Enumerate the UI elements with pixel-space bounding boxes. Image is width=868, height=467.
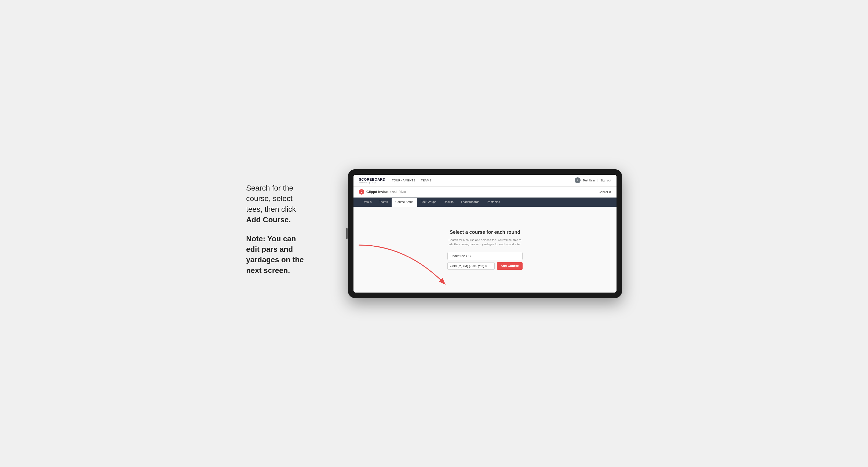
tournament-title: C Clippd Invitational (Men) bbox=[359, 189, 406, 195]
tab-course-setup[interactable]: Course Setup bbox=[392, 198, 417, 207]
course-select-title: Select a course for each round bbox=[450, 229, 520, 235]
add-course-button[interactable]: Add Course bbox=[497, 262, 523, 270]
tournament-header: C Clippd Invitational (Men) Cancel × bbox=[353, 187, 617, 197]
tee-select-text: Gold (M) (M) (7010 yds) bbox=[450, 264, 485, 268]
tab-printables[interactable]: Printables bbox=[483, 197, 504, 207]
tab-details[interactable]: Details bbox=[359, 197, 375, 207]
course-select-desc: Search for a course and select a tee. Yo… bbox=[447, 238, 523, 247]
tournament-badge: (Men) bbox=[399, 190, 406, 193]
tee-select-wrapper[interactable]: Gold (M) (M) (7010 yds) × ⌃ bbox=[447, 262, 495, 270]
instruction-text-1: Search for the course, select tees, then… bbox=[246, 183, 332, 225]
logo-area: SCOREBOARD Powered by clippd bbox=[359, 178, 385, 184]
tournament-icon: C bbox=[359, 189, 364, 195]
tab-tee-groups[interactable]: Tee Groups bbox=[417, 197, 440, 207]
tournament-name: Clippd Invitational bbox=[366, 190, 397, 194]
nav-tournaments[interactable]: TOURNAMENTS bbox=[392, 179, 415, 182]
course-search-input[interactable] bbox=[447, 252, 523, 260]
nav-right: T Test User | Sign out bbox=[575, 178, 611, 183]
tab-leaderboards[interactable]: Leaderboards bbox=[457, 197, 483, 207]
tee-select-controls: × ⌃ bbox=[485, 264, 492, 268]
page-wrapper: Search for the course, select tees, then… bbox=[246, 169, 622, 298]
nav-teams[interactable]: TEAMS bbox=[421, 179, 431, 182]
top-nav: SCOREBOARD Powered by clippd TOURNAMENTS… bbox=[353, 175, 617, 187]
tab-results[interactable]: Results bbox=[440, 197, 457, 207]
instructions-panel: Search for the course, select tees, then… bbox=[246, 183, 332, 284]
cancel-button[interactable]: Cancel × bbox=[599, 190, 611, 194]
tee-select-row: Gold (M) (M) (7010 yds) × ⌃ Add Course bbox=[447, 262, 523, 270]
sign-out-link[interactable]: Sign out bbox=[600, 179, 611, 182]
main-content: Select a course for each round Search fo… bbox=[353, 207, 617, 292]
tablet-frame: SCOREBOARD Powered by clippd TOURNAMENTS… bbox=[348, 169, 622, 298]
tab-bar: Details Teams Course Setup Tee Groups Re… bbox=[353, 197, 617, 207]
logo-text: SCOREBOARD bbox=[359, 178, 385, 181]
tablet-side-button bbox=[346, 228, 348, 239]
tee-clear-button[interactable]: × bbox=[485, 264, 488, 268]
tablet-screen: SCOREBOARD Powered by clippd TOURNAMENTS… bbox=[353, 175, 617, 292]
user-name: Test User bbox=[583, 179, 595, 182]
tab-teams[interactable]: Teams bbox=[375, 197, 392, 207]
nav-links: TOURNAMENTS TEAMS bbox=[392, 179, 575, 182]
logo-sub: Powered by clippd bbox=[359, 181, 385, 184]
instruction-note: Note: You can edit pars and yardages on … bbox=[246, 234, 332, 276]
tee-expand-button[interactable]: ⌃ bbox=[489, 264, 492, 268]
user-avatar: T bbox=[575, 178, 581, 183]
